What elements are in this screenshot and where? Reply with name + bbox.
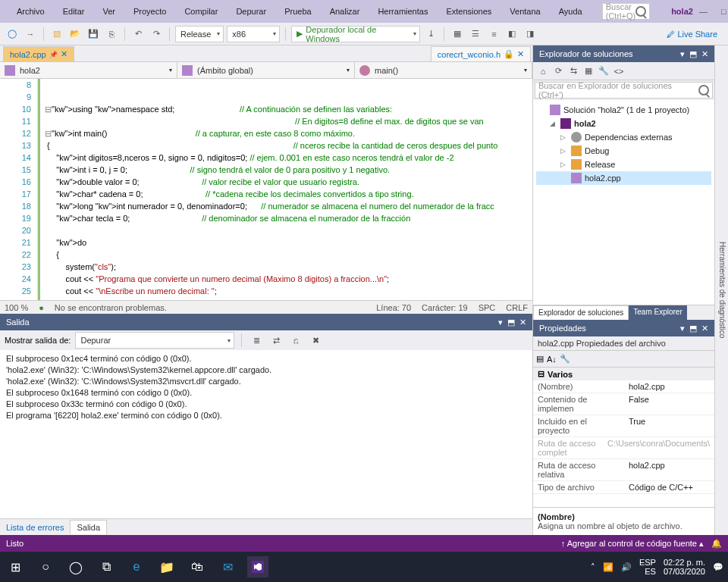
output-tool-b[interactable]: ⇄ [268,333,284,348]
output-tool-c[interactable]: ⎌ [288,333,303,348]
taskview-icon[interactable]: ⧉ [96,556,117,577]
menu-archivo[interactable]: Archivo [11,2,51,20]
minimize-button[interactable]: — [699,7,708,17]
maximize-button[interactable]: □ [721,7,726,17]
cortana-icon[interactable]: ◯ [65,556,86,577]
menu-prueba[interactable]: Prueba [278,2,317,20]
diagnostics-sidebar-tab[interactable]: Herramientas de diagnóstico [714,45,728,535]
saveall-button[interactable]: ⎘ [104,27,119,42]
pane-pin-icon[interactable]: ⬒ [689,324,697,333]
explorer-icon[interactable]: 📁 [156,556,177,577]
mail-icon[interactable]: ✉ [217,556,238,577]
redo-button[interactable]: ↷ [149,27,164,42]
properties-object-label[interactable]: hola2.cpp Propiedades del archivo [533,336,714,351]
menu-ventana[interactable]: Ventana [504,2,546,20]
pin-icon[interactable]: 📌 [49,51,58,58]
taskbar-search-icon[interactable]: ○ [35,556,56,577]
pane-close-icon[interactable]: ✕ [701,324,708,333]
nav-back-button[interactable]: ◯ [5,27,20,42]
nav-scope-dropdown[interactable]: (Ámbito global) [177,62,355,78]
tray-network-icon[interactable]: 📶 [603,562,613,572]
store-icon[interactable]: 🛍 [187,556,208,577]
tree-release-folder[interactable]: ▷Release [536,158,711,171]
tree-solution-root[interactable]: Solución "hola2" (1 de 1 proyecto) [536,103,711,117]
menu-ayuda[interactable]: Ayuda [553,2,588,20]
sol-refresh-icon[interactable]: ⟳ [551,66,565,76]
prop-az-icon[interactable]: A↓ [547,355,557,364]
tool-e[interactable]: ◨ [522,27,538,42]
tray-date[interactable]: 07/03/2020 [664,567,705,576]
tray-lang1[interactable]: ESP [639,558,656,567]
property-row[interactable]: Contenido de implemenFalse [533,393,714,415]
tab-error-list[interactable]: Lista de errores [0,521,70,534]
tray-notifications-icon[interactable]: 💬 [713,562,723,572]
output-body[interactable]: El subproceso 0x1ec4 terminó con código … [0,350,532,518]
platform-dropdown[interactable]: x86 [227,26,280,42]
tool-b[interactable]: ☰ [468,27,483,42]
code-editor[interactable]: 891011121314151617181920212223242526 ⊟"k… [0,79,532,300]
solution-search-input[interactable]: Buscar en Explorador de soluciones (Ctrl… [535,82,713,99]
solution-tree[interactable]: Solución "hola2" (1 de 1 proyecto) ◢hola… [533,100,714,305]
menu-extensiones[interactable]: Extensiones [440,2,497,20]
pane-close-icon[interactable]: ✕ [519,318,526,327]
save-button[interactable]: 💾 [86,27,101,42]
tree-debug-folder[interactable]: ▷Debug [536,144,711,158]
pane-dropdown-icon[interactable]: ▾ [680,324,685,333]
menu-ver[interactable]: Ver [96,2,121,20]
prop-cat-icon[interactable]: ▤ [536,354,544,364]
pane-close-icon[interactable]: ✕ [701,49,708,59]
tree-refs[interactable]: ▷Dependencias externas [536,130,711,144]
open-button[interactable]: 📂 [67,27,83,42]
step-button[interactable]: ⤓ [423,27,438,42]
tab-output[interactable]: Salida [70,520,107,534]
zoom-label[interactable]: 100 % [5,303,28,312]
menu-proyecto[interactable]: Proyecto [127,2,172,20]
tray-lang2[interactable]: ES [645,567,656,576]
prop-group-varios[interactable]: ⊟Varios [533,368,714,380]
sol-view-icon[interactable]: <> [612,67,626,76]
pane-pin-icon[interactable]: ⬒ [507,318,515,327]
tray-volume-icon[interactable]: 🔊 [621,562,632,572]
nav-fwd-button[interactable]: → [23,27,38,42]
menu-compilar[interactable]: Compilar [178,2,224,20]
tree-project[interactable]: ◢hola2 [536,117,711,130]
vs-taskbar-icon[interactable] [247,556,268,577]
code-area[interactable]: ⊟"kw">using "kw">namespace std; // A con… [38,79,532,300]
source-control-button[interactable]: ↑ Agregar al control de código fuente ▴ [561,539,704,549]
panel-tab-solution[interactable]: Explorador de soluciones [533,305,629,320]
tab-corecrt[interactable]: corecrt_wconio.h 🔒 ✕ [431,46,531,61]
notifications-icon[interactable]: 🔔 [711,539,722,549]
tab-close-icon[interactable]: ✕ [61,49,67,59]
sol-prop-icon[interactable]: 🔧 [597,66,610,76]
live-share-button[interactable]: 🖉 Live Share [667,30,723,39]
sol-home-icon[interactable]: ⌂ [536,67,550,76]
new-project-button[interactable]: ▧ [49,27,64,42]
tree-file-hola2[interactable]: hola2.cpp [536,171,711,185]
tab-hola2[interactable]: hola2.cpp 📌 ✕ [3,46,74,61]
tray-expand-icon[interactable]: ˄ [591,562,595,572]
output-tool-a[interactable]: ≣ [249,333,264,348]
menu-herramientas[interactable]: Herramientas [372,2,434,20]
menu-depurar[interactable]: Depurar [230,2,272,20]
tool-c[interactable]: ≡ [486,27,501,42]
panel-tab-team[interactable]: Team Explorer [629,305,686,320]
edge-icon[interactable]: e [126,556,147,577]
pane-dropdown-icon[interactable]: ▾ [680,49,685,59]
pane-pin-icon[interactable]: ⬒ [689,49,697,59]
tab-close-icon[interactable]: ✕ [517,49,524,59]
tool-a[interactable]: ▦ [450,27,465,42]
config-dropdown[interactable]: Release [175,26,224,42]
property-row[interactable]: Incluido en el proyectoTrue [533,415,714,437]
property-row[interactable]: Tipo de archivoCódigo de C/C++ [533,481,714,494]
prop-wrench-icon[interactable]: 🔧 [560,354,570,364]
start-debug-button[interactable]: Depurador local de Windows [291,26,420,42]
property-row[interactable]: Ruta de acceso completC:\Users\conra\Doc… [533,437,714,459]
tool-d[interactable]: ◧ [504,27,519,42]
sol-showall-icon[interactable]: ▦ [582,66,595,76]
nav-function-dropdown[interactable]: main() [355,62,532,78]
output-clear-button[interactable]: ✖ [308,333,323,348]
menu-editar[interactable]: Editar [57,2,91,20]
nav-project-dropdown[interactable]: hola2 [0,62,177,78]
menu-analizar[interactable]: Analizar [324,2,366,20]
quick-search-input[interactable]: Buscar (Ctrl+Q) [602,3,650,20]
